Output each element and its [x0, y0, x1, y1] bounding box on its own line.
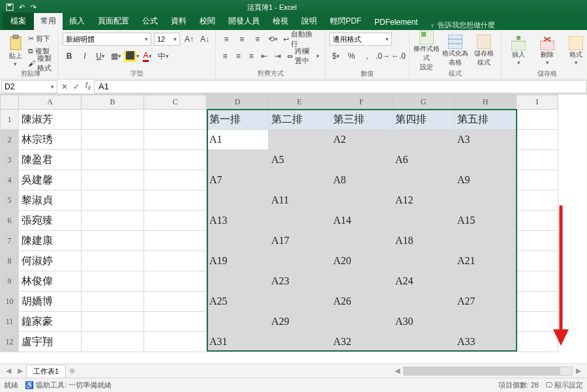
cell-A6[interactable]: 張宛臻: [19, 211, 82, 231]
cell-I2[interactable]: [517, 130, 558, 150]
cell-D1[interactable]: 第一排: [207, 110, 269, 130]
cell-B11[interactable]: [82, 312, 144, 332]
cell-I3[interactable]: [517, 150, 558, 170]
cell-H2[interactable]: A3: [455, 130, 517, 150]
cell-A12[interactable]: 盧宇翔: [19, 332, 82, 352]
insert-cells-button[interactable]: 插入▾: [505, 33, 532, 69]
column-header-A[interactable]: A: [19, 95, 82, 110]
cell-D8[interactable]: A19: [207, 251, 269, 271]
cell-B3[interactable]: [82, 150, 144, 170]
sheet-nav-next-icon[interactable]: ▶: [14, 367, 26, 375]
cell-F12[interactable]: A32: [331, 332, 393, 352]
hscroll-right-icon[interactable]: ▶: [573, 367, 584, 375]
cell-E10[interactable]: [269, 292, 331, 312]
underline-button[interactable]: U▾: [94, 50, 107, 63]
cell-C11[interactable]: [144, 312, 207, 332]
indent-dec-icon[interactable]: ⇤: [259, 50, 269, 63]
cell-H11[interactable]: [455, 312, 517, 332]
column-header-F[interactable]: F: [331, 95, 393, 110]
format-as-table-button[interactable]: 格式化為 表格: [442, 33, 468, 69]
cell-G7[interactable]: A18: [393, 231, 455, 251]
cell-B7[interactable]: [82, 231, 144, 251]
cell-B12[interactable]: [82, 332, 144, 352]
cell-E4[interactable]: [269, 170, 331, 190]
align-bottom-icon[interactable]: ≡: [251, 33, 264, 46]
cell-D10[interactable]: A25: [207, 292, 269, 312]
conditional-formatting-button[interactable]: 條件式格式 設定: [414, 33, 440, 69]
cell-H8[interactable]: A21: [455, 251, 517, 271]
cell-D7[interactable]: [207, 231, 269, 251]
font-name-select[interactable]: 新細明體▾: [63, 33, 151, 46]
tab-help[interactable]: 說明: [295, 13, 324, 30]
align-top-icon[interactable]: ≡: [220, 33, 233, 46]
bold-button[interactable]: B: [63, 50, 76, 63]
cell-G1[interactable]: 第四排: [393, 110, 455, 130]
comma-button[interactable]: ,: [361, 50, 374, 63]
cell-C10[interactable]: [144, 292, 207, 312]
cell-H4[interactable]: A9: [455, 170, 517, 190]
cell-F10[interactable]: A26: [331, 292, 393, 312]
cell-G9[interactable]: A24: [393, 271, 455, 292]
tab-home[interactable]: 常用: [34, 13, 63, 30]
fill-color-button[interactable]: ⬛▾: [125, 50, 138, 63]
cell-D11[interactable]: [207, 312, 269, 332]
tab-review[interactable]: 校閱: [193, 13, 222, 30]
cell-F7[interactable]: [331, 231, 393, 251]
name-box[interactable]: D2▾: [1, 80, 57, 93]
column-header-B[interactable]: B: [82, 95, 144, 110]
tab-layout[interactable]: 頁面配置: [91, 13, 136, 30]
cell-C5[interactable]: [144, 190, 207, 211]
sheet-tab[interactable]: 工作表1: [26, 365, 66, 378]
cell-F5[interactable]: [331, 190, 393, 211]
cell-D12[interactable]: A31: [207, 332, 269, 352]
cell-C12[interactable]: [144, 332, 207, 352]
worksheet-grid[interactable]: ABCDEFGHI1陳淑芳第一排第二排第三排第四排第五排2林宗琇A1A2A33陳…: [0, 94, 587, 363]
increase-decimal-icon[interactable]: .0→: [376, 50, 389, 63]
cell-G2[interactable]: [393, 130, 455, 150]
format-painter-button[interactable]: 🖌複製格式: [27, 57, 54, 69]
cell-E3[interactable]: A5: [269, 150, 331, 170]
cell-H3[interactable]: [455, 150, 517, 170]
tab-formulas[interactable]: 公式: [136, 13, 164, 30]
select-all-cell[interactable]: [1, 95, 19, 110]
phonetic-button[interactable]: 中▾: [157, 50, 170, 63]
orientation-icon[interactable]: ⟲▾: [267, 33, 280, 46]
decrease-decimal-icon[interactable]: ←.0: [392, 50, 405, 63]
row-header[interactable]: 1: [1, 110, 19, 130]
indent-inc-icon[interactable]: ⇥: [273, 50, 283, 63]
percent-button[interactable]: %: [345, 50, 358, 63]
cell-E7[interactable]: A17: [269, 231, 331, 251]
row-header[interactable]: 10: [1, 292, 19, 312]
cell-D9[interactable]: [207, 271, 269, 292]
font-size-select[interactable]: 12▾: [154, 33, 180, 46]
decrease-font-icon[interactable]: A↓: [198, 33, 211, 46]
cell-B5[interactable]: [82, 190, 144, 211]
row-header[interactable]: 5: [1, 190, 19, 211]
cell-E1[interactable]: 第二排: [269, 110, 331, 130]
hscroll-left-icon[interactable]: ◀: [391, 367, 403, 375]
cell-H9[interactable]: [455, 271, 517, 292]
tab-view[interactable]: 檢視: [266, 13, 295, 30]
cell-C1[interactable]: [144, 110, 207, 130]
cell-E11[interactable]: A29: [269, 312, 331, 332]
cell-D6[interactable]: A13: [207, 211, 269, 231]
tab-insert[interactable]: 插入: [63, 13, 91, 30]
tell-me[interactable]: ♀告訴我您想做什麼: [425, 20, 500, 30]
tab-pdf[interactable]: 輕閃PDF: [324, 13, 368, 30]
cell-C3[interactable]: [144, 150, 207, 170]
cell-I11[interactable]: [517, 312, 558, 332]
row-header[interactable]: 2: [1, 130, 19, 150]
cell-C6[interactable]: [144, 211, 207, 231]
cell-I10[interactable]: [517, 292, 558, 312]
cell-I5[interactable]: [517, 190, 558, 211]
cell-B9[interactable]: [82, 271, 144, 292]
cell-H7[interactable]: [455, 231, 517, 251]
cell-H6[interactable]: A15: [455, 211, 517, 231]
formula-bar[interactable]: A1: [94, 80, 587, 93]
display-settings-button[interactable]: 🖵 顯示設定: [545, 380, 583, 390]
cell-C7[interactable]: [144, 231, 207, 251]
cell-G6[interactable]: [393, 211, 455, 231]
cell-A9[interactable]: 林俊偉: [19, 271, 82, 292]
cell-F8[interactable]: A20: [331, 251, 393, 271]
cell-F1[interactable]: 第三排: [331, 110, 393, 130]
